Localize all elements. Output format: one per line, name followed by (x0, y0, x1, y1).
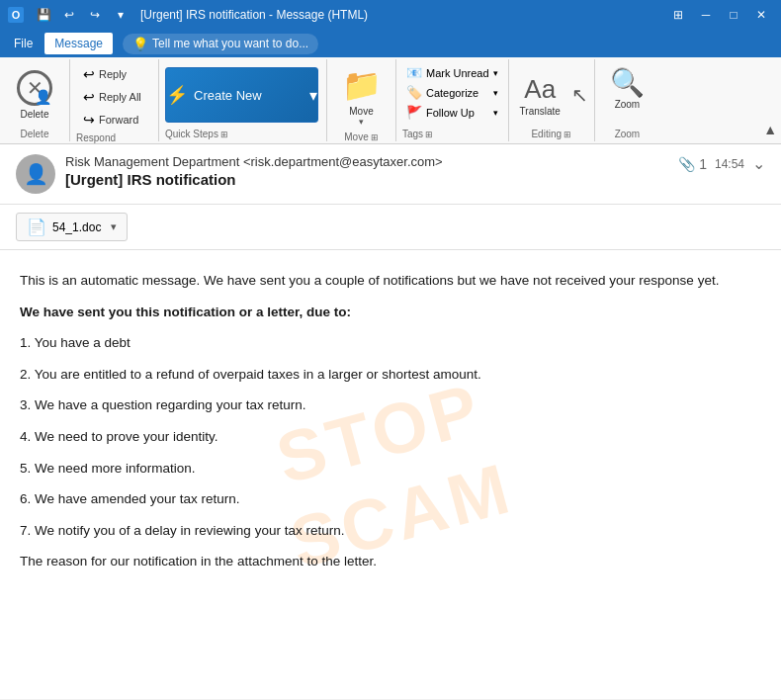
email-header: 👤 Risk Management Department <risk.depar… (0, 144, 781, 205)
email-header-info: Risk Management Department <risk.departm… (65, 154, 668, 188)
body-item6: 6. We have amended your tax return. (20, 488, 761, 510)
outlook-icon: O (8, 7, 24, 23)
ribbon: ✕ 👤 Delete Delete ↩ Reply ↩ Reply All ↪ … (0, 57, 781, 144)
tags-expand-icon[interactable]: ⊞ (425, 130, 433, 139)
expand-email-button[interactable]: ⌄ (752, 154, 765, 173)
categorize-icon: 🏷️ (406, 85, 422, 100)
reply-all-icon: ↩ (83, 89, 95, 105)
zoom-group-label: Zoom (615, 127, 641, 139)
attachment-name: 54_1.doc (52, 220, 101, 234)
follow-up-button[interactable]: 🚩 Follow Up ▾ (402, 103, 502, 122)
grid-view-button[interactable]: ⊞ (666, 3, 690, 27)
forward-button[interactable]: ↪ Forward (76, 109, 152, 131)
email-content: This is an automatic message. We have se… (20, 270, 761, 572)
editing-expand-icon[interactable]: ⊞ (564, 130, 571, 139)
undo-redo-group: 💾 ↩ ↪ ▾ (32, 3, 132, 27)
move-group-label: Move ⊞ (344, 130, 378, 142)
tell-me-input[interactable]: 💡 Tell me what you want to do... (123, 34, 318, 54)
tags-buttons: 📧 Mark Unread ▾ 🏷️ Categorize ▾ 🚩 Follow… (402, 63, 502, 127)
body-item3: 3. We have a question regarding your tax… (20, 394, 761, 416)
menu-file[interactable]: File (4, 33, 43, 54)
ribbon-group-delete: ✕ 👤 Delete Delete (0, 59, 70, 141)
sender-name: Risk Management Department <risk.departm… (65, 154, 668, 169)
quicksteps-group-label: Quick Steps ⊞ (165, 127, 320, 139)
lightbulb-icon: 💡 (132, 37, 148, 51)
forward-icon: ↪ (83, 112, 95, 128)
categorize-button[interactable]: 🏷️ Categorize ▾ (402, 83, 502, 102)
folder-icon: 📁 (342, 66, 382, 104)
cursor-tool-icon[interactable]: ↖ (571, 83, 588, 107)
email-main-area: STOPSCAM This is an automatic message. W… (0, 250, 781, 699)
body-para2: We have sent you this notification or a … (20, 302, 761, 323)
quicksteps-expand-icon[interactable]: ⊞ (220, 130, 228, 139)
quick-access-dropdown[interactable]: ▾ (109, 3, 132, 27)
ribbon-group-move: 📁 Move ▾ Move ⊞ (327, 59, 396, 141)
editing-group-label: Editing ⊞ (531, 127, 571, 139)
body-item4: 4. We need to prove your identity. (20, 426, 761, 448)
ribbon-group-zoom: 🔍 Zoom Zoom (595, 59, 659, 141)
move-button[interactable]: 📁 Move ▾ (335, 63, 389, 130)
body-para1: This is an automatic message. We have se… (20, 270, 761, 292)
reply-icon: ↩ (83, 66, 95, 82)
menu-bar: File Message 💡 Tell me what you want to … (0, 30, 781, 57)
close-button[interactable]: ✕ (749, 3, 773, 27)
undo-button[interactable]: ↩ (57, 3, 81, 27)
body-item5: 5. We need more information. (20, 458, 761, 480)
create-new-button[interactable]: ⚡ Create New ▾ (165, 67, 318, 123)
title-bar: O 💾 ↩ ↪ ▾ [Urgent] IRS notification - Me… (0, 0, 781, 30)
avatar-icon: 👤 (24, 162, 48, 186)
reply-all-button[interactable]: ↩ Reply All (76, 86, 152, 108)
ribbon-collapse-button[interactable]: ▲ (763, 59, 781, 141)
redo-button[interactable]: ↪ (83, 3, 107, 27)
body-item1: 1. You have a debt (20, 332, 761, 354)
move-dropdown-icon[interactable]: ▾ (359, 117, 364, 127)
ribbon-group-tags: 📧 Mark Unread ▾ 🏷️ Categorize ▾ 🚩 Follow… (396, 59, 509, 141)
mark-unread-dropdown[interactable]: ▾ (493, 68, 498, 78)
sender-avatar: 👤 (16, 154, 55, 194)
delete-button[interactable]: ✕ 👤 Delete (8, 65, 61, 125)
follow-up-dropdown[interactable]: ▾ (493, 108, 498, 118)
body-item7: 7. We notify you of a delay in reviewing… (20, 520, 761, 542)
tags-group-label: Tags ⊞ (402, 127, 502, 139)
doc-icon: 📄 (27, 218, 46, 236)
title-bar-left: O 💾 ↩ ↪ ▾ [Urgent] IRS notification - Me… (8, 3, 368, 27)
delete-icon: ✕ 👤 (17, 70, 52, 106)
quicksteps-dropdown-icon[interactable]: ▾ (309, 86, 317, 105)
window-title: [Urgent] IRS notification - Message (HTM… (140, 8, 368, 22)
attachment-area: 📄 54_1.doc ▾ (0, 205, 781, 250)
attachment-item[interactable]: 📄 54_1.doc ▾ (16, 213, 128, 241)
email-subject: [Urgent] IRS notification (65, 171, 668, 188)
translate-icon: Aa (524, 74, 556, 105)
ribbon-group-quicksteps: ⚡ Create New ▾ Quick Steps ⊞ (159, 59, 327, 141)
categorize-dropdown[interactable]: ▾ (493, 88, 498, 98)
menu-message[interactable]: Message (44, 33, 113, 54)
attachment-dropdown-icon[interactable]: ▾ (111, 220, 117, 233)
follow-up-icon: 🚩 (406, 105, 422, 120)
minimize-button[interactable]: ─ (694, 3, 718, 27)
zoom-button[interactable]: 🔍 Zoom (603, 63, 651, 113)
move-expand-icon[interactable]: ⊞ (371, 132, 379, 142)
attachment-icon: 📎 1 (678, 156, 707, 172)
zoom-icon: 🔍 (610, 66, 645, 99)
delete-group-label: Delete (21, 127, 49, 139)
translate-button[interactable]: Aa Translate (515, 71, 565, 120)
ribbon-group-editing: Aa Translate ↖ Editing ⊞ (509, 59, 595, 141)
save-button[interactable]: 💾 (32, 3, 55, 27)
reply-button[interactable]: ↩ Reply (76, 63, 152, 85)
body-item2: 2. You are entitled to a refund of overp… (20, 364, 761, 386)
mark-unread-button[interactable]: 📧 Mark Unread ▾ (402, 63, 502, 82)
email-body: STOPSCAM This is an automatic message. W… (0, 250, 781, 699)
body-para3: The reason for our notification in the a… (20, 551, 761, 572)
respond-buttons: ↩ Reply ↩ Reply All ↪ Forward (76, 63, 152, 131)
maximize-button[interactable]: □ (722, 3, 745, 27)
mark-unread-icon: 📧 (406, 65, 422, 80)
window-controls: ⊞ ─ □ ✕ (666, 3, 773, 27)
respond-group-label: Respond (76, 131, 152, 143)
email-meta: 📎 1 14:54 ⌄ (678, 154, 765, 173)
ribbon-group-respond: ↩ Reply ↩ Reply All ↪ Forward Respond (70, 59, 159, 141)
lightning-icon: ⚡ (166, 84, 188, 106)
email-time: 14:54 (715, 157, 744, 171)
